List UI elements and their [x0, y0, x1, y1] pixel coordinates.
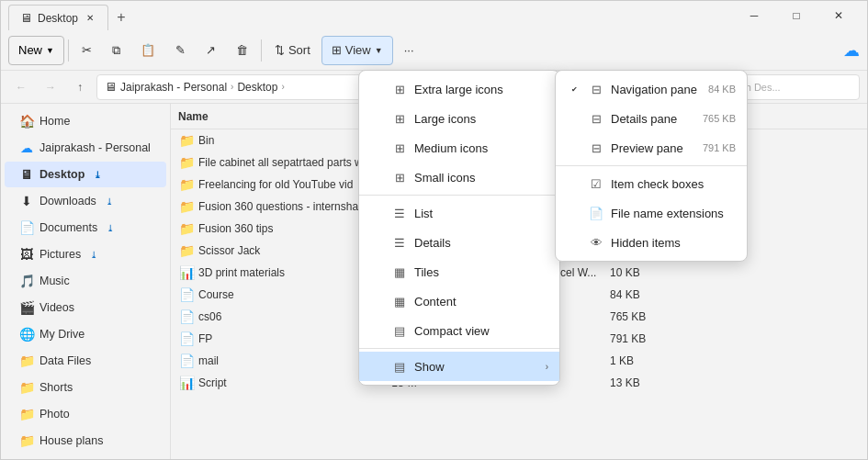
file-icon: 📁 — [178, 198, 195, 215]
file-size: 1 KB — [610, 354, 683, 367]
sidebar-label-houseplans: House plans — [39, 434, 104, 447]
submenu-item-size: 765 KB — [703, 113, 736, 124]
sidebar-item-houseplans[interactable]: 📁 House plans — [5, 428, 166, 454]
view-menu-item-medium-icons[interactable]: ⊞ Medium icons — [359, 133, 559, 163]
toolbar-separator-1 — [68, 39, 69, 62]
cut-button[interactable]: ✂ — [73, 36, 101, 65]
copy-button[interactable]: ⧉ — [103, 36, 130, 65]
view-label: View — [345, 43, 371, 57]
menu-item-label: Details — [414, 236, 451, 250]
tab-close-button[interactable]: ✕ — [84, 12, 96, 25]
col-name-header: Name — [178, 110, 380, 123]
up-button[interactable]: ↑ — [67, 74, 93, 100]
breadcrumb-home-icon: 🖥 — [105, 80, 117, 94]
view-menu-item-content[interactable]: ▦ Content — [359, 286, 559, 316]
sidebar-item-personal[interactable]: ☁ Jaiprakash - Personal — [5, 135, 166, 161]
toolbar-separator-2 — [261, 39, 262, 62]
sidebar-item-desktop[interactable]: 🖥 Desktop ⤓ — [5, 162, 166, 187]
sidebar-label-downloads: Downloads — [39, 195, 96, 208]
desktop-tab[interactable]: 🖥 Desktop ✕ — [8, 5, 108, 30]
share-button[interactable]: ↗ — [197, 36, 225, 65]
view-menu-item-compact-view[interactable]: ▤ Compact view — [359, 316, 559, 345]
view-button[interactable]: ⊞ View ▼ — [321, 36, 393, 65]
file-size: 84 KB — [610, 288, 683, 301]
menu-item-label: Large icons — [414, 112, 476, 126]
sidebar-item-downloads[interactable]: ⬇ Downloads ⤓ — [5, 188, 166, 214]
view-menu-item-details[interactable]: ☰ Details — [359, 228, 559, 257]
new-button[interactable]: New ▼ — [8, 36, 64, 65]
menu-item-label: Small icons — [414, 171, 475, 185]
sidebar-item-home[interactable]: 🏠 Home — [5, 108, 166, 134]
back-button[interactable]: ← — [8, 74, 34, 100]
file-name: Script — [198, 376, 227, 389]
menu-item-label: Medium icons — [414, 141, 488, 155]
file-name: mail — [198, 354, 219, 367]
submenu-item-icon: ☑ — [589, 176, 603, 191]
view-menu-item-large-icons[interactable]: ⊞ Large icons — [359, 104, 559, 133]
view-menu-item-show[interactable]: ▤ Show › — [359, 352, 559, 381]
submenu-item-icon: ⊟ — [589, 82, 603, 96]
toolbar: New ▼ ✂ ⧉ 📋 ✎ ↗ 🗑 ⇅ Sort ⊞ View ▼ ··· ☁ — [1, 30, 867, 71]
show-submenu-item-navigation-pane[interactable]: ✔ ⊟ Navigation pane 84 KB — [556, 74, 747, 104]
menu-item-icon: ▦ — [392, 294, 407, 309]
file-icon: 📁 — [178, 132, 195, 149]
show-submenu-item-item-check-boxes[interactable]: ☑ Item check boxes — [556, 169, 747, 198]
sort-label: Sort — [288, 43, 310, 57]
submenu-item-label: Navigation pane — [611, 83, 697, 96]
more-button[interactable]: ··· — [395, 36, 423, 65]
menu-item-icon: ▤ — [392, 359, 407, 374]
sidebar-label-datafiles: Data Files — [39, 354, 91, 367]
downloads-icon: ⬇ — [19, 194, 34, 208]
breadcrumb-sep-2: › — [281, 82, 284, 92]
new-tab-button[interactable]: + — [108, 5, 134, 30]
view-menu-item-list[interactable]: ☰ List — [359, 198, 559, 228]
menu-item-label: Extra large icons — [414, 83, 503, 96]
sidebar-item-datafiles[interactable]: 📁 Data Files — [5, 348, 166, 374]
sidebar-item-photo[interactable]: 📁 Photo — [5, 401, 166, 427]
sidebar-label-photo: Photo — [39, 408, 70, 421]
sidebar-item-pictures[interactable]: 🖼 Pictures ⤓ — [5, 241, 166, 267]
menu-separator — [359, 348, 559, 349]
file-name: Course — [198, 288, 234, 301]
breadcrumb-part2: Desktop — [237, 81, 277, 94]
file-size: 765 KB — [610, 310, 683, 323]
file-name: 3D print materials — [198, 266, 285, 279]
show-submenu-item-details-pane[interactable]: ⊟ Details pane 765 KB — [556, 104, 747, 133]
view-menu-item-tiles[interactable]: ▦ Tiles — [359, 257, 559, 286]
show-submenu-item-file-name-extensions[interactable]: 📄 File name extensions — [556, 198, 747, 228]
sidebar-item-documents[interactable]: 📄 Documents ⤓ — [5, 215, 166, 241]
rename-button[interactable]: ✎ — [166, 36, 195, 65]
show-submenu-item-hidden-items[interactable]: 👁 Hidden items — [556, 228, 747, 257]
sidebar-item-videos[interactable]: 🎬 Videos — [5, 295, 166, 320]
file-name: Fusion 360 questions - internsha — [198, 200, 358, 213]
view-menu-item-small-icons[interactable]: ⊞ Small icons — [359, 163, 559, 192]
paste-button[interactable]: 📋 — [131, 36, 164, 65]
sidebar: 🏠 Home ☁ Jaiprakash - Personal 🖥 Desktop… — [1, 104, 171, 459]
sort-button[interactable]: ⇅ Sort — [265, 36, 320, 65]
maximize-button[interactable]: □ — [775, 1, 817, 30]
file-icon: 📄 — [178, 353, 195, 369]
minimize-button[interactable]: ─ — [733, 1, 775, 30]
photo-icon: 📁 — [19, 407, 34, 421]
menu-item-label: List — [414, 207, 433, 220]
submenu-item-icon: ⊟ — [589, 111, 603, 126]
file-size: 13 KB — [610, 376, 683, 389]
shorts-icon: 📁 — [19, 380, 34, 395]
sidebar-item-mydrive[interactable]: 🌐 My Drive — [5, 321, 166, 347]
menu-item-icon: ⊞ — [392, 170, 407, 185]
show-submenu-item-preview-pane[interactable]: ⊟ Preview pane 791 KB — [556, 133, 747, 163]
sidebar-item-music[interactable]: 🎵 Music — [5, 268, 166, 294]
sidebar-label-home: Home — [39, 115, 70, 128]
menu-item-icon: ⊞ — [392, 140, 407, 155]
close-button[interactable]: ✕ — [817, 1, 860, 30]
desktop-pinned-icon: ⤓ — [94, 170, 101, 180]
file-icon: 📄 — [178, 286, 195, 303]
forward-button[interactable]: → — [38, 74, 63, 100]
datafiles-icon: 📁 — [19, 353, 34, 368]
view-menu-item-extra-large-icons[interactable]: ⊞ Extra large icons — [359, 74, 559, 104]
sidebar-label-mydrive: My Drive — [39, 328, 85, 341]
submenu-item-size: 84 KB — [708, 84, 736, 95]
submenu-check: ✔ — [567, 85, 581, 94]
delete-button[interactable]: 🗑 — [227, 36, 257, 65]
sidebar-item-shorts[interactable]: 📁 Shorts — [5, 375, 166, 400]
